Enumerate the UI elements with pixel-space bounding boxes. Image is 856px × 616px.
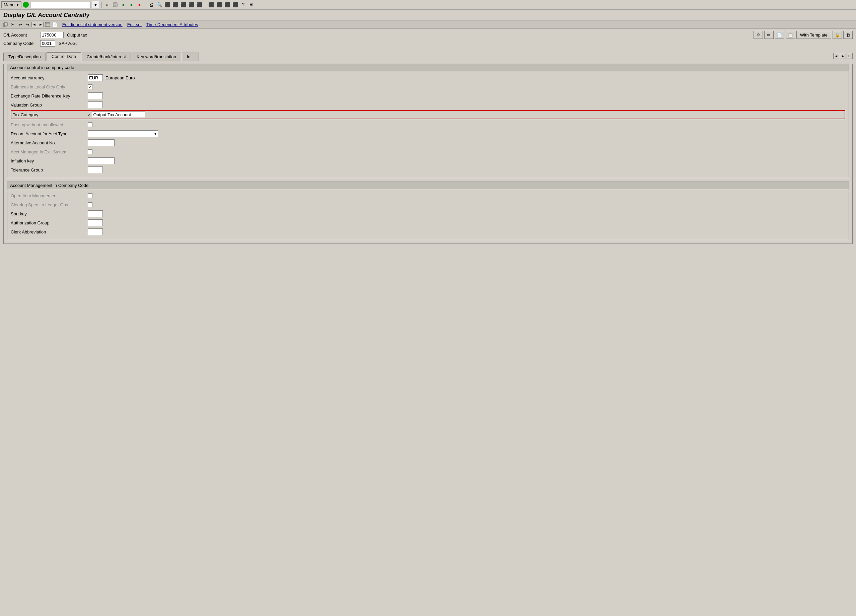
inflation-key-input[interactable]: [88, 157, 114, 164]
open-item-label: Open Item Management: [11, 193, 88, 198]
edit-set-link[interactable]: Edit set: [127, 22, 142, 27]
edit-fs-version-link[interactable]: Edit financial statement version: [62, 22, 123, 27]
account-currency-label: Account currency: [11, 75, 88, 80]
menu-button[interactable]: Menu ▼: [2, 2, 22, 8]
company-code-row: Company Code 0001 SAP A.G.: [3, 40, 853, 46]
layout-icon2[interactable]: ⬛: [216, 1, 223, 8]
tax-category-row: Tax Category > Output Tax Account: [11, 110, 845, 119]
nav-next-icon[interactable]: ►: [38, 22, 43, 27]
page-title: Display G/L Account Centrally: [3, 12, 853, 19]
tab-nav-next-btn[interactable]: ►: [840, 53, 846, 59]
sec-icon-cut[interactable]: ✂: [9, 21, 16, 28]
help-icon[interactable]: ?: [239, 1, 247, 8]
find-icon[interactable]: 🔍: [155, 1, 163, 8]
sort-key-row: Sort key: [11, 210, 845, 217]
menu-label: Menu: [4, 2, 15, 8]
alternative-account-input[interactable]: [88, 139, 114, 146]
toolbar-icon5[interactable]: ⬛: [180, 1, 187, 8]
balances-label: Balances in Local Crcy Only: [11, 85, 88, 89]
red-stop-icon[interactable]: ●: [135, 1, 143, 8]
link-btn[interactable]: [753, 31, 763, 39]
dropdown-arrow-icon: ▼: [154, 132, 157, 136]
toolbar-icons-group3: ⬛ ⬛ ⬛ ⬛ ? 🖥: [207, 1, 255, 8]
layout-icon1[interactable]: ⬛: [207, 1, 215, 8]
clearing-spec-checkbox[interactable]: [88, 202, 92, 207]
alternative-account-row: Alternative Account No.: [11, 139, 845, 146]
gl-account-label: G/L Account: [3, 32, 37, 37]
title-bar: Display G/L Account Centrally: [0, 10, 856, 20]
time-dependent-link[interactable]: Time-Dependent Attributes: [146, 22, 198, 27]
sec-icon-table[interactable]: [44, 21, 51, 28]
svg-rect-2: [114, 5, 117, 7]
tab-keyword-translation[interactable]: Key word/translation: [132, 52, 181, 61]
open-item-checkbox[interactable]: [88, 193, 92, 198]
recon-account-dropdown-wrapper: ▼: [88, 130, 158, 137]
account-currency-input[interactable]: [88, 74, 103, 81]
auth-group-input[interactable]: [88, 219, 103, 226]
sec-icon-redo[interactable]: ↪: [24, 21, 31, 28]
section-account-control-header: Account control in company code: [8, 64, 848, 71]
tolerance-group-row: Tolerance Group: [11, 166, 845, 174]
sec-icon-undo[interactable]: ↩: [17, 21, 23, 28]
pencil-btn[interactable]: ✏: [764, 31, 774, 39]
tax-category-label: Tax Category: [13, 112, 86, 117]
account-buttons: ✏ 📄 📋 With Template 🔒 🗑: [753, 31, 853, 39]
recon-account-row: Recon. Account for Acct Type ▼: [11, 130, 845, 137]
toolbar-icon4[interactable]: ⬛: [171, 1, 179, 8]
account-info: G/L Account 175000 Output tax ✏ 📄 📋 With…: [0, 29, 856, 50]
tab-in[interactable]: In...: [182, 52, 199, 61]
gl-account-row: G/L Account 175000 Output tax ✏ 📄 📋 With…: [3, 31, 853, 39]
toolbar-icon3[interactable]: ⬛: [163, 1, 171, 8]
tab-nav-prev-btn[interactable]: ◄: [833, 53, 839, 59]
doc-btn[interactable]: 📄: [775, 31, 784, 39]
tab-nav-expand-btn[interactable]: □: [847, 53, 853, 59]
valuation-group-input[interactable]: [88, 102, 103, 108]
nav-prev-icon[interactable]: ◄: [31, 22, 37, 27]
lock-btn[interactable]: 🔒: [833, 31, 842, 39]
inflation-key-label: Inflation key: [11, 159, 88, 163]
exchange-rate-row: Exchange Rate Difference Key: [11, 92, 845, 100]
valuation-group-label: Valuation Group: [11, 103, 88, 108]
layout-icon3[interactable]: ⬛: [223, 1, 231, 8]
tolerance-group-label: Tolerance Group: [11, 168, 88, 172]
monitor-icon[interactable]: 🖥: [248, 1, 255, 8]
clerk-abbrev-row: Clerk Abbreviation: [11, 228, 845, 236]
recon-account-dropdown[interactable]: ▼: [88, 130, 158, 137]
tab-type-description[interactable]: Type/Description: [3, 52, 46, 61]
green-back-icon[interactable]: ●: [120, 1, 127, 8]
separator3: [205, 2, 205, 8]
nav-back-icon[interactable]: «: [103, 1, 111, 8]
separator2: [145, 2, 145, 8]
tabs-bar: Type/Description Control Data Create/ban…: [0, 50, 856, 60]
clerk-abbrev-input[interactable]: [88, 228, 103, 235]
separator: [101, 2, 102, 8]
toolbar-icons-group1: « ● ● ●: [103, 1, 143, 8]
doc2-btn[interactable]: 📋: [786, 31, 795, 39]
balances-checkbox[interactable]: ✓: [88, 85, 92, 89]
print-icon[interactable]: 🖨: [147, 1, 155, 8]
trash-btn[interactable]: 🗑: [843, 31, 853, 39]
with-template-button[interactable]: With Template: [796, 31, 831, 39]
sec-icon-doc[interactable]: 📄: [52, 21, 58, 28]
toolbar-icon7[interactable]: ⬛: [196, 1, 203, 8]
sort-key-input[interactable]: [88, 210, 103, 217]
section-account-management-header: Account Management in Company Code: [8, 182, 848, 189]
toolbar-icon6[interactable]: ⬛: [188, 1, 195, 8]
acct-managed-checkbox[interactable]: [88, 149, 92, 154]
tab-control-data[interactable]: Control Data: [46, 52, 81, 61]
svg-rect-1: [114, 3, 116, 5]
tolerance-group-input[interactable]: [88, 166, 103, 173]
open-item-row: Open Item Management: [11, 192, 845, 199]
sec-toolbar-links: Edit financial statement version Edit se…: [62, 22, 198, 27]
sec-icon-copy[interactable]: [2, 21, 9, 28]
command-input[interactable]: [30, 2, 91, 8]
tab-create-bank-interest[interactable]: Create/bank/interest: [82, 52, 131, 61]
exchange-rate-input[interactable]: [88, 92, 103, 99]
posting-without-tax-checkbox[interactable]: [88, 122, 92, 127]
clerk-abbrev-label: Clerk Abbreviation: [11, 229, 88, 234]
green-forward-icon[interactable]: ●: [128, 1, 135, 8]
gl-account-value: 175000: [40, 32, 64, 38]
layout-icon4[interactable]: ⬛: [231, 1, 239, 8]
save-icon[interactable]: [111, 1, 119, 8]
dropdown-arrow-btn[interactable]: ▼: [92, 1, 99, 8]
